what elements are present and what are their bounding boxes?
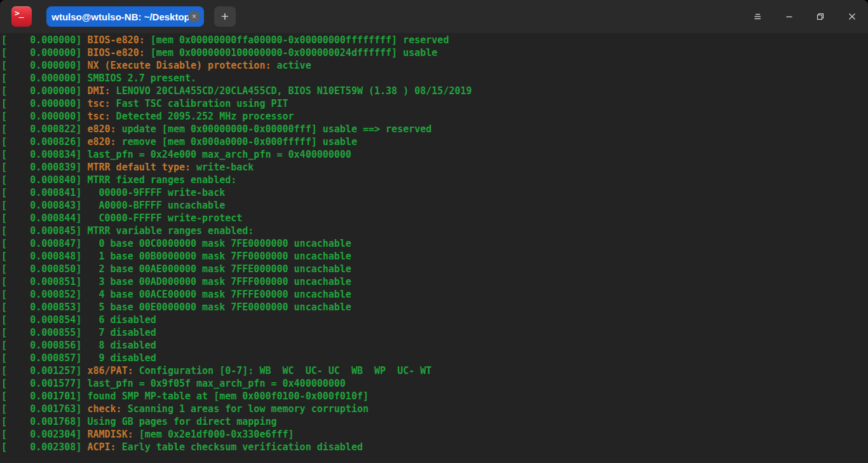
log-timestamp: [ 0.002308] [1, 441, 87, 453]
tab-title: wtulso@wtulso-NB: ~/Desktop [51, 11, 199, 22]
log-line: [ 0.000855] 7 disabled [1, 326, 868, 339]
log-timestamp: [ 0.000834] [1, 149, 87, 160]
log-message: last_pfn = 0x24e000 max_arch_pfn = 0x400… [87, 149, 351, 160]
log-message: 7 disabled [87, 327, 156, 338]
log-line: [ 0.000856] 8 disabled [1, 339, 868, 352]
terminal-app-icon: >_ [11, 6, 32, 27]
log-message: [mem 0x00000000ffa00000-0x00000000ffffff… [145, 34, 449, 46]
log-message: 0 base 00C0000000 mask 7FE0000000 uncach… [87, 238, 351, 249]
log-timestamp: [ 0.000854] [1, 314, 87, 326]
log-line: [ 0.000826] e820: remove [mem 0x000a0000… [1, 135, 868, 148]
log-message: 2 base 00AE000000 mask 7FFE000000 uncach… [87, 263, 351, 275]
log-message: [mem 0x0000000100000000-0x000000024dffff… [145, 47, 438, 59]
log-line: [ 0.000000] BIOS-e820: [mem 0x00000000ff… [1, 34, 868, 46]
close-icon [847, 11, 857, 22]
log-timestamp: [ 0.000840] [1, 174, 87, 186]
log-timestamp: [ 0.000000] [1, 73, 87, 84]
log-timestamp: [ 0.000850] [1, 263, 87, 275]
log-message: LENOVO 20CLA455CD/20CLA455CD, BIOS N10ET… [111, 85, 472, 97]
log-line: [ 0.000000] BIOS-e820: [mem 0x0000000100… [1, 46, 868, 59]
log-line: [ 0.000000] NX (Execute Disable) protect… [1, 59, 868, 72]
new-tab-button[interactable]: + [214, 6, 236, 27]
log-subsystem-prefix: MTRR default type: [87, 162, 191, 173]
restore-button[interactable] [811, 8, 829, 25]
log-timestamp: [ 0.001763] [1, 403, 87, 415]
log-line: [ 0.000852] 4 base 00ACE00000 mask 7FFFE… [1, 288, 868, 301]
menu-button[interactable] [749, 8, 766, 25]
log-timestamp: [ 0.000851] [1, 276, 87, 287]
log-message: found SMP MP-table at [mem 0x000f0100-0x… [87, 390, 369, 402]
log-message: 3 base 00AD000000 mask 7FFF000000 uncach… [87, 276, 351, 287]
log-line: [ 0.000844] C0000-FFFFF write-protect [1, 212, 868, 225]
log-timestamp: [ 0.000826] [1, 136, 87, 148]
minimize-icon [784, 11, 794, 22]
log-subsystem-prefix: e820: [87, 136, 116, 148]
log-message: last_pfn = 0x9f05f max_arch_pfn = 0x4000… [87, 378, 345, 389]
minimize-button[interactable] [780, 8, 798, 25]
log-line: [ 0.001577] last_pfn = 0x9f05f max_arch_… [1, 377, 868, 390]
log-line: [ 0.000850] 2 base 00AE000000 mask 7FFE0… [1, 263, 868, 275]
log-message: SMBIOS 2.7 present. [87, 73, 196, 84]
log-subsystem-prefix: tsc: [87, 111, 110, 122]
log-subsystem-prefix: BIOS-e820: [87, 47, 144, 59]
log-message: 00000-9FFFF write-back [87, 187, 225, 198]
log-message: Scanning 1 areas for low memory corrupti… [122, 403, 369, 415]
log-subsystem-prefix: RAMDISK: [87, 429, 133, 440]
log-message: remove [mem 0x000a0000-0x000fffff] usabl… [116, 136, 357, 148]
terminal-output[interactable]: [ 0.000000] BIOS-e820: [mem 0x00000000ff… [0, 33, 868, 463]
log-line: [ 0.000840] MTRR fixed ranges enabled: [1, 174, 868, 186]
log-message: MTRR variable ranges enabled: [87, 225, 254, 237]
log-line: [ 0.001768] Using GB pages for direct ma… [1, 415, 868, 428]
log-line: [ 0.000847] 0 base 00C0000000 mask 7FE00… [1, 237, 868, 250]
log-message: A0000-BFFFF uncachable [87, 200, 225, 211]
log-timestamp: [ 0.000000] [1, 34, 87, 46]
log-line: [ 0.000000] tsc: Fast TSC calibration us… [1, 97, 868, 110]
log-line: [ 0.000848] 1 base 00B0000000 mask 7FF00… [1, 250, 868, 263]
log-line: [ 0.000843] A0000-BFFFF uncachable [1, 199, 868, 212]
restore-window-icon [815, 11, 825, 22]
log-line: [ 0.000851] 3 base 00AD000000 mask 7FFF0… [1, 275, 868, 288]
log-timestamp: [ 0.000000] [1, 60, 87, 71]
log-timestamp: [ 0.000844] [1, 212, 87, 224]
log-message: active [271, 60, 311, 71]
log-timestamp: [ 0.000839] [1, 162, 87, 173]
log-line: [ 0.000000] tsc: Detected 2095.252 MHz p… [1, 110, 868, 123]
log-line: [ 0.000000] DMI: LENOVO 20CLA455CD/20CLA… [1, 85, 868, 97]
log-message: MTRR fixed ranges enabled: [87, 174, 236, 186]
log-line: [ 0.000853] 5 base 00E0000000 mask 7FE00… [1, 301, 868, 314]
log-timestamp: [ 0.000000] [1, 47, 87, 59]
log-subsystem-prefix: DMI: [87, 85, 110, 97]
log-timestamp: [ 0.000847] [1, 238, 87, 249]
log-timestamp: [ 0.001768] [1, 416, 87, 427]
log-line: [ 0.000000] SMBIOS 2.7 present. [1, 72, 868, 85]
log-subsystem-prefix: NX (Execute Disable) protection: [87, 60, 271, 71]
log-line: [ 0.002304] RAMDISK: [mem 0x2e1df000-0x3… [1, 428, 868, 441]
log-message: Configuration [0-7]: WB WC UC- UC WB WP … [133, 365, 432, 377]
log-timestamp: [ 0.001701] [1, 390, 87, 402]
log-message: 6 disabled [87, 314, 156, 326]
log-subsystem-prefix: x86/PAT: [87, 365, 133, 377]
log-timestamp: [ 0.000000] [1, 85, 87, 97]
log-timestamp: [ 0.000000] [1, 111, 87, 122]
log-subsystem-prefix: tsc: [87, 98, 110, 109]
log-line: [ 0.000834] last_pfn = 0x24e000 max_arch… [1, 148, 868, 161]
log-timestamp: [ 0.001577] [1, 378, 87, 389]
log-timestamp: [ 0.000853] [1, 301, 87, 313]
log-message: [mem 0x2e1df000-0x330e6fff] [133, 429, 294, 440]
log-timestamp: [ 0.001257] [1, 365, 87, 377]
log-subsystem-prefix: BIOS-e820: [87, 34, 144, 46]
log-message: 1 base 00B0000000 mask 7FF0000000 uncach… [87, 251, 351, 262]
log-subsystem-prefix: e820: [87, 123, 116, 135]
log-message: 4 base 00ACE00000 mask 7FFFE00000 uncach… [87, 289, 351, 300]
log-timestamp: [ 0.000845] [1, 225, 87, 237]
tab-close-icon[interactable]: × [188, 11, 200, 23]
log-timestamp: [ 0.000843] [1, 200, 87, 211]
tab-active[interactable]: wtulso@wtulso-NB: ~/Desktop × [46, 6, 204, 27]
log-message: write-back [191, 162, 254, 173]
log-message: Using GB pages for direct mapping [87, 416, 276, 427]
log-subsystem-prefix: ACPI: [87, 441, 116, 453]
log-timestamp: [ 0.000856] [1, 340, 87, 351]
close-button[interactable] [843, 8, 861, 25]
log-message: Fast TSC calibration using PIT [111, 98, 288, 109]
log-timestamp: [ 0.000841] [1, 187, 87, 198]
